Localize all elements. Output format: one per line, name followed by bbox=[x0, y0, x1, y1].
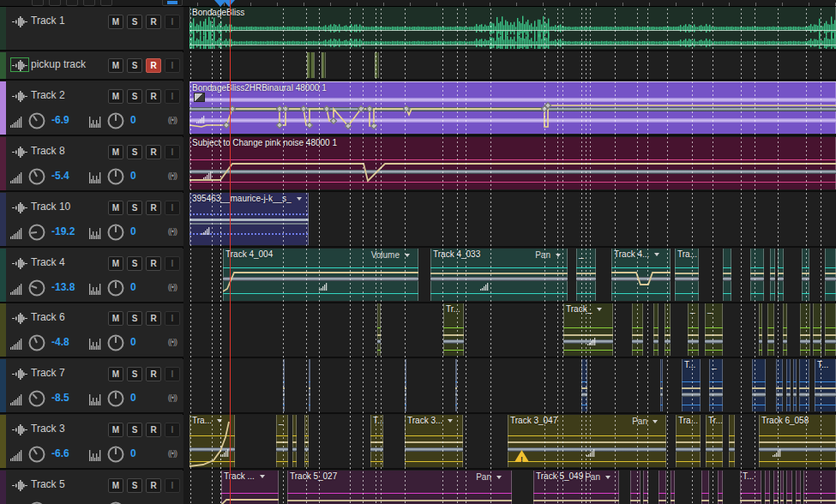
track-header-track-6[interactable]: Track 6MSRI-4.80((•)) bbox=[0, 303, 183, 358]
chevron-down-icon[interactable] bbox=[654, 253, 659, 256]
solo-button[interactable]: S bbox=[127, 478, 142, 493]
pan-knob[interactable] bbox=[106, 111, 125, 130]
panel-divider[interactable] bbox=[183, 7, 189, 504]
track-header-track-10[interactable]: Track 10MSRI-19.20((•)) bbox=[0, 193, 183, 248]
solo-button[interactable]: S bbox=[127, 201, 142, 215]
audio-clip[interactable]: Tr... bbox=[706, 415, 723, 467]
pan-knob[interactable] bbox=[106, 445, 125, 464]
toolbar-button[interactable] bbox=[32, 0, 44, 6]
track-header-track-4[interactable]: Track 4MSRI-13.80((•)) bbox=[0, 249, 183, 303]
chevron-down-icon[interactable] bbox=[297, 197, 302, 201]
audio-clip[interactable]: Tr... bbox=[443, 303, 464, 356]
volume-knob[interactable] bbox=[27, 501, 46, 504]
audio-clip[interactable] bbox=[659, 471, 666, 504]
audio-clip[interactable] bbox=[292, 415, 297, 467]
track-header-track-7[interactable]: Track 7MSRI-8.50((•)) bbox=[0, 359, 183, 414]
audio-clip[interactable] bbox=[671, 471, 675, 504]
monitor-icon[interactable]: ((•)) bbox=[168, 449, 177, 458]
toolbar-button[interactable] bbox=[49, 0, 61, 6]
record-arm-button[interactable]: R bbox=[146, 201, 161, 215]
chevron-down-icon[interactable] bbox=[496, 476, 502, 479]
audio-clip[interactable]: Track 6_058 bbox=[759, 415, 836, 467]
chevron-down-icon[interactable] bbox=[605, 476, 610, 479]
pan-knob[interactable] bbox=[106, 223, 125, 242]
solo-button[interactable]: S bbox=[127, 15, 142, 29]
audio-clip[interactable]: Track 4_033Pan bbox=[430, 249, 568, 301]
track-header-track-5[interactable]: Track 5MSRI-4.50((•)) bbox=[0, 471, 183, 504]
audio-clip[interactable]: Track 3_047Pan! bbox=[508, 415, 666, 467]
audio-clip[interactable] bbox=[783, 303, 787, 356]
audio-clip[interactable]: Track 4... bbox=[611, 249, 671, 301]
solo-button[interactable]: S bbox=[127, 58, 142, 73]
audio-clip[interactable] bbox=[307, 52, 315, 78]
timeline-ruler[interactable] bbox=[0, 0, 836, 7]
mute-button[interactable]: M bbox=[108, 89, 123, 104]
volume-knob[interactable] bbox=[27, 389, 46, 408]
input-monitor-button[interactable]: I bbox=[165, 478, 180, 493]
audio-clip[interactable] bbox=[759, 303, 762, 356]
mute-button[interactable]: M bbox=[108, 367, 123, 381]
pan-knob[interactable] bbox=[106, 279, 125, 297]
chevron-down-icon[interactable] bbox=[260, 475, 265, 478]
audio-clip[interactable]: _ bbox=[276, 415, 288, 467]
audio-clip[interactable]: T... bbox=[682, 359, 701, 411]
monitor-icon[interactable]: ((•)) bbox=[168, 116, 177, 124]
record-arm-button[interactable]: R bbox=[146, 367, 161, 381]
solo-button[interactable]: S bbox=[127, 145, 142, 159]
record-arm-button[interactable]: R bbox=[146, 478, 161, 493]
audio-clip[interactable]: T... bbox=[815, 359, 836, 411]
chevron-down-icon[interactable] bbox=[653, 420, 658, 423]
input-monitor-button[interactable]: I bbox=[165, 256, 180, 271]
mute-button[interactable]: M bbox=[108, 58, 123, 73]
chevron-down-icon[interactable] bbox=[217, 419, 222, 423]
audio-clip[interactable] bbox=[322, 52, 326, 78]
record-arm-button[interactable]: R bbox=[146, 145, 161, 159]
audio-clip[interactable] bbox=[800, 303, 810, 356]
audio-clip[interactable]: Track 5_049Pan bbox=[533, 471, 619, 504]
audio-clip[interactable] bbox=[793, 359, 797, 411]
monitor-icon[interactable]: ((•)) bbox=[168, 171, 177, 180]
pan-knob[interactable] bbox=[106, 389, 125, 408]
audio-clip[interactable]: Track 5_027Pan bbox=[287, 471, 512, 504]
audio-clip[interactable] bbox=[701, 471, 709, 504]
record-arm-button[interactable]: R bbox=[146, 311, 161, 326]
solo-button[interactable]: S bbox=[127, 311, 142, 326]
track-header-track-2[interactable]: Track 2MSRI-6.90((•)) bbox=[0, 81, 183, 136]
audio-clip[interactable]: 395463__maurice-j-k__s_ bbox=[189, 193, 309, 245]
toolbar-button[interactable] bbox=[83, 0, 95, 6]
automation-lane-label[interactable]: Pan bbox=[632, 417, 658, 426]
audio-clip[interactable] bbox=[765, 471, 770, 504]
audio-clip[interactable]: BondageBliss2HRBinaural 48000 1 bbox=[189, 81, 836, 134]
input-monitor-button[interactable]: I bbox=[165, 423, 180, 437]
chevron-down-icon[interactable] bbox=[448, 419, 453, 423]
automation-lane-label[interactable]: Pan bbox=[585, 472, 610, 482]
audio-clip[interactable] bbox=[780, 471, 784, 504]
volume-knob[interactable] bbox=[27, 167, 46, 186]
audio-clip[interactable] bbox=[729, 415, 735, 467]
record-arm-button[interactable]: R bbox=[146, 89, 161, 104]
solo-button[interactable]: S bbox=[127, 423, 142, 437]
chevron-down-icon[interactable] bbox=[556, 254, 561, 257]
input-monitor-button[interactable]: I bbox=[165, 15, 180, 29]
input-monitor-button[interactable]: I bbox=[165, 89, 180, 104]
audio-clip[interactable] bbox=[718, 471, 723, 504]
toolbar-blue-button[interactable] bbox=[162, 0, 183, 6]
solo-button[interactable]: S bbox=[127, 89, 142, 104]
volume-knob[interactable] bbox=[27, 223, 46, 242]
audio-clip[interactable]: _ bbox=[705, 303, 723, 356]
monitor-icon[interactable]: ((•)) bbox=[168, 393, 177, 402]
mute-button[interactable]: M bbox=[108, 15, 123, 29]
audio-clip[interactable] bbox=[825, 249, 836, 301]
track-header-track-1[interactable]: Track 1MSRI bbox=[0, 7, 183, 51]
record-arm-button[interactable]: R bbox=[146, 256, 161, 271]
audio-clip[interactable]: T... bbox=[740, 471, 761, 504]
audio-clip[interactable] bbox=[778, 249, 784, 301]
record-arm-button[interactable]: R bbox=[146, 423, 161, 437]
input-monitor-button[interactable]: I bbox=[165, 145, 180, 159]
pan-knob[interactable] bbox=[106, 333, 125, 352]
audio-clip[interactable] bbox=[723, 249, 731, 301]
solo-button[interactable]: S bbox=[127, 367, 142, 381]
audio-clip[interactable]: Tra... bbox=[675, 249, 699, 301]
input-monitor-button[interactable]: I bbox=[165, 58, 180, 73]
input-monitor-button[interactable]: I bbox=[165, 311, 180, 326]
